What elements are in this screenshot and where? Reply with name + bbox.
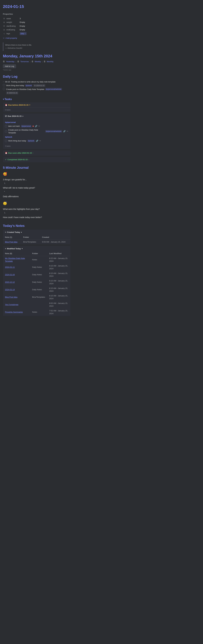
log-tags-1: Work thing due today #p/work 🗓 2024-01-1…	[6, 84, 45, 87]
properties-heading: Properties	[3, 12, 70, 16]
modified-note-link-1[interactable]: 2024-01-11	[3, 264, 30, 271]
modified-note-link-0[interactable]: My Obsidian Daily Note Template	[3, 256, 30, 264]
task-checkbox-blog-post[interactable]	[5, 130, 7, 132]
modified-date-2: 8:15 AM - January 15, 2024	[47, 271, 70, 278]
completed-label: Completed 2024-01-15	[8, 158, 28, 161]
modified-col-modified: Last Modified	[47, 251, 70, 256]
modified-col-note: Note (8)	[3, 251, 30, 256]
task-group-header-overdue[interactable]: ⏰ Due before 2024-01-15 ▾	[3, 102, 70, 108]
nav-weekly[interactable]: Weekly	[34, 60, 41, 63]
created-today-group: ≡ Created Today ▾ Note (1) Folder Create…	[3, 230, 70, 244]
property-icon-endEating: ⊞	[3, 28, 5, 31]
log-checkbox-1[interactable]	[3, 84, 5, 86]
property-icon-weight: ⊞	[3, 21, 5, 24]
property-key-week: week	[6, 17, 20, 20]
task-checkbox-trash[interactable]	[5, 125, 7, 127]
modified-note-link-4[interactable]: 2024-01-14	[3, 286, 30, 294]
due-soon-chevron: ›	[33, 152, 33, 154]
created-today-header[interactable]: ≡ Created Today ▾	[3, 230, 70, 235]
edit-icon[interactable]: ✏	[38, 125, 40, 128]
link-icon-2[interactable]: 🔗	[63, 130, 66, 133]
modified-note-link-6[interactable]: Yes if employee	[3, 301, 30, 308]
created-note-link-0[interactable]: Blog Post Idea	[3, 240, 21, 244]
tag-close-icon[interactable]: ×	[25, 32, 26, 35]
edit-icon-3[interactable]: ✏	[40, 140, 41, 142]
property-weight: ⊞ weight Empty	[3, 20, 70, 24]
log-tags-2: Create post on Obsidian Daily Note Templ…	[6, 88, 70, 94]
log-date-1: 🗓 2024-01-15	[33, 84, 45, 87]
log-tag-1: #p/work	[25, 84, 32, 87]
due-today-count: 3 tasks	[3, 144, 70, 149]
todays-notes-section: Today's Notes ≡ Created Today ▾ Note (1)…	[3, 223, 70, 316]
property-value-weight: Empty	[20, 21, 25, 24]
property-icon-startEating: ⊞	[3, 25, 5, 27]
task-group-header-due-today[interactable]: ☑ Due 2024-01-15 ▾	[3, 114, 70, 119]
created-col-folder: Folder	[21, 235, 40, 240]
task-checkbox-work[interactable]	[5, 140, 7, 142]
property-week: ⊞ week 3	[3, 17, 70, 20]
quote-block: Where there is love there is life. — Mah…	[3, 42, 70, 51]
task-group-header-completed[interactable]: ✓ Completed 2024-01-15 ›	[3, 157, 70, 162]
table-row: Blog Post Idea Bins/Templates 8:03 AM - …	[3, 240, 70, 244]
chevron-down-icon: ▾	[3, 98, 4, 101]
property-value-startEating: Empty	[20, 25, 25, 28]
link-icon[interactable]: 🔗	[35, 125, 37, 128]
task-group-due-soon: ⏰ Due soon after 2024-01-15 ›	[3, 150, 70, 156]
great-question: What will I do to make today great?	[3, 186, 70, 190]
edit-icon-2[interactable]: ✏	[67, 130, 68, 133]
created-col-created: Created	[40, 235, 70, 240]
property-key-endEating: endEating	[6, 28, 20, 31]
page-title: 2024-01-15	[3, 4, 70, 10]
affirmations-label: Daily affirmations	[3, 195, 70, 198]
task-item-trash: take out trash #p/personal 🔗 ✏	[5, 124, 68, 128]
property-startEating: ⊞ startEating Empty	[3, 24, 70, 28]
property-key-tags: tags	[6, 32, 20, 35]
modified-note-link-5[interactable]: Blog Post Idea	[3, 294, 30, 301]
nav-yesterday[interactable]: Yesterday	[6, 60, 14, 63]
quote-author: — Mahatma Gandhi	[5, 47, 22, 49]
grateful-item-1: 1.	[3, 182, 70, 185]
nav-monthly-label: Monthly	[47, 60, 54, 63]
modified-note-link-2[interactable]: 2024-01-04	[3, 271, 30, 278]
due-today-chevron: ▾	[22, 115, 23, 118]
modified-folder-0: Notes	[30, 256, 47, 264]
link-icon-3[interactable]: 🔗	[36, 140, 38, 142]
nav-weekly-label: Weekly	[34, 60, 41, 63]
overdue-chevron: ▾	[29, 104, 30, 106]
modified-today-header[interactable]: ≡ Modified Today ▾	[3, 246, 70, 251]
nav-tomorrow[interactable]: Tomorrow	[20, 60, 29, 63]
modified-note-link-7[interactable]: Proverbs Summaries	[3, 308, 30, 316]
table-row: 2024-01-14 Daily Notes 8:15 AM - January…	[3, 286, 70, 294]
table-row: Proverbs Summaries Notes 7:52 AM - Janua…	[3, 308, 70, 316]
tag-label: daily	[20, 32, 24, 35]
modified-note-link-3[interactable]: 2023-12-12	[3, 278, 30, 286]
nav-sep-2: |	[30, 60, 30, 63]
list-icon: ≡	[5, 231, 6, 234]
modified-today-table: Note (8) Folder Last Modified My Obsidia…	[3, 251, 70, 316]
modified-folder-4: Daily Notes	[30, 286, 47, 294]
nav-links: 🗓 Yesterday | 🗓 Tomorrow | 🗓 Weekly | 🗓 …	[3, 60, 70, 63]
task-text-work: Work thing due today	[8, 140, 26, 142]
tag-daily[interactable]: daily ×	[20, 32, 26, 35]
modified-date-1: 8:15 AM - January 15, 2024	[47, 264, 70, 271]
modified-date-6: 8:02 AM - January 15, 2024	[47, 301, 70, 308]
task-tag-personal: #p/personal	[21, 125, 32, 128]
log-entry-2: Create post on Obsidian Daily Note Templ…	[3, 88, 70, 94]
nav-monthly[interactable]: Monthly	[47, 60, 54, 63]
morning-emoji: 🥰	[3, 172, 70, 176]
properties-section: Properties ⊞ week 3 ⊞ weight Empty ⊞ sta…	[3, 12, 70, 40]
modified-folder-2: Daily Notes	[30, 271, 47, 278]
log-checkbox-2[interactable]	[3, 88, 5, 90]
completed-chevron: ›	[28, 158, 29, 161]
highlights-item-1: 1.	[3, 211, 70, 214]
task-group-overdue: ⏰ Due before 2024-01-15 ▾ 0 tasks	[3, 102, 70, 112]
add-property-button[interactable]: + + Add property	[3, 36, 70, 40]
button-label: ^button-rjgc	[3, 69, 70, 71]
task-text-trash: take out trash	[8, 125, 20, 128]
quote-text: Where there is love there is life.	[5, 44, 69, 47]
add-to-log-button[interactable]: Add to Log	[3, 64, 16, 68]
day-title: Monday, January 15th 2024	[3, 53, 70, 59]
log-date-2: 🗓 2024-01-15	[6, 92, 18, 94]
modified-today-chevron: ▾	[22, 248, 22, 250]
task-group-header-due-soon[interactable]: ⏰ Due soon after 2024-01-15 ›	[3, 150, 70, 156]
